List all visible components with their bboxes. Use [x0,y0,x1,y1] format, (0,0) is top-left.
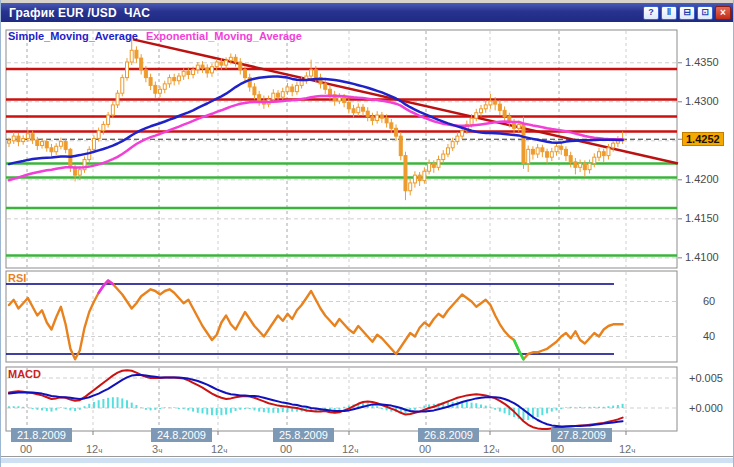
price-axis-label: 1.4100 [685,251,719,263]
candle-body [390,123,393,128]
candle-body [116,93,119,105]
candle-body [536,148,539,154]
candle-body [41,142,44,146]
candle-body [480,109,483,113]
candle-body [418,175,421,180]
candle-body [253,87,256,95]
candle-body [560,146,563,149]
candle-body [428,163,431,171]
candle-body [522,124,525,163]
candle-body [272,93,275,99]
current-price-badge: 1.4252 [682,132,724,146]
time-label: 12ч [211,443,227,455]
candle-body [498,104,501,110]
candle-body [484,105,487,109]
candle-body [64,142,67,150]
chart-canvas[interactable] [1,0,734,467]
candle-body [607,148,610,156]
legend-sma-label: Simple_Moving_Average [8,30,138,42]
candle-body [432,163,435,167]
candle-body [244,70,247,78]
candle-body [446,148,449,154]
maximize-button[interactable]: ⊡ [697,6,713,20]
candle-body [182,71,185,76]
candle-body [187,71,190,74]
candle-body [347,103,350,109]
candle-body [215,62,218,67]
candle-body [234,57,237,62]
candle-body [59,142,62,147]
candle-body [399,136,402,156]
candle-body [210,67,213,73]
candle-body [55,146,58,151]
candle-body [352,109,355,113]
candle-body [206,68,209,73]
candle-body [258,95,261,101]
candle-body [555,146,558,151]
price-axis-label: 1.4300 [685,95,719,107]
candle-body [598,152,601,157]
candle-body [413,175,416,183]
date-label: 21.8.2009 [11,428,72,442]
candle-body [69,149,72,167]
window-titlebar[interactable]: График EUR /USD ЧАС ?‖⊟⊡× [1,3,734,22]
candle-body [239,62,242,70]
bottom-frame-strip [1,458,734,463]
candle-body [569,156,572,162]
candle-body [159,89,162,93]
pause-button[interactable]: ‖ [661,6,677,20]
candle-body [366,111,369,116]
macd-axis-label: +0.000 [689,402,723,414]
candle-body [470,118,473,124]
close-button[interactable]: × [715,6,731,20]
candle-body [437,160,440,168]
candle-body [286,87,289,92]
candle-body [489,101,492,105]
candle-body [395,128,398,136]
candle-body [295,85,298,91]
candle-body [130,50,133,62]
candle-body [277,93,280,97]
minimize-button[interactable]: ⊟ [679,6,695,20]
candle-body [583,163,586,169]
candle-body [328,89,331,94]
chart-window: График EUR /USD ЧАС ?‖⊟⊡× Simple_Moving_… [0,0,734,467]
candle-body [12,136,15,141]
candle-body [451,142,454,148]
candle-body [50,148,53,152]
time-label: 00 [552,443,564,455]
help-button[interactable]: ? [643,6,659,20]
candle-body [45,142,48,148]
candle-body [314,70,317,78]
candle-body [385,118,388,123]
candle-body [494,101,497,104]
candle-body [579,163,582,167]
candle-body [531,149,534,154]
candle-body [111,105,114,115]
time-label: 12ч [86,443,102,455]
candle-body [574,162,577,167]
candle-body [461,131,464,136]
candle-body [22,138,25,141]
candle-body [380,115,383,118]
chart-legend: Simple_Moving_Average Exponential_Moving… [8,30,302,42]
candle-body [404,156,407,191]
candle-body [192,70,195,75]
candle-body [135,50,138,58]
candle-body [36,140,39,145]
candle-body [338,97,341,101]
time-label: 3ч [152,443,162,455]
candle-body [144,70,147,78]
candle-body [225,60,228,65]
candle-body [588,163,591,169]
candle-body [324,84,327,89]
candle-body [149,78,152,86]
candle-body [357,107,360,112]
window-title: График EUR /USD ЧАС [1,6,150,20]
candle-body [513,123,516,128]
rsi-panel-title: RSI [8,272,26,284]
time-label: 00 [280,443,292,455]
candle-body [78,170,81,175]
candle-body [541,148,544,152]
candle-body [168,78,171,84]
